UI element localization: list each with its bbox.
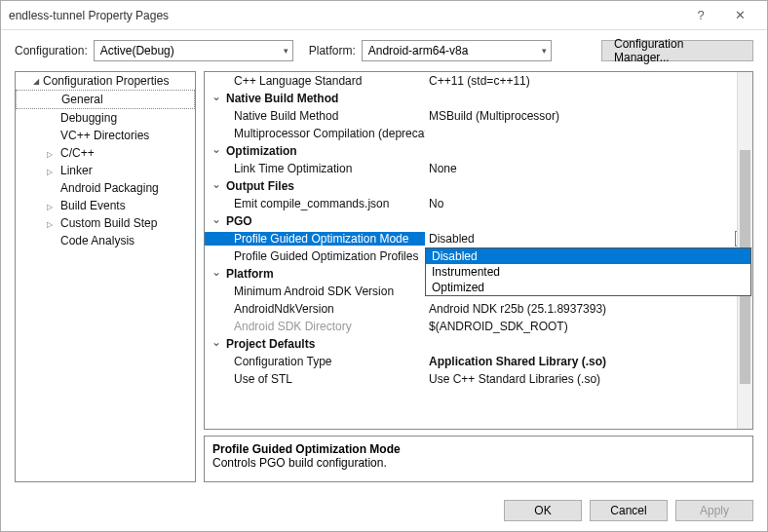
property-label: C++ Language Standard bbox=[205, 74, 425, 88]
property-row[interactable]: Use of STLUse C++ Standard Libraries (.s… bbox=[205, 370, 752, 388]
property-row[interactable]: C++ Language StandardC++11 (std=c++11) bbox=[205, 72, 752, 90]
tree-root[interactable]: Configuration Properties bbox=[16, 72, 195, 90]
property-label: Use of STL bbox=[205, 372, 425, 386]
group-header[interactable]: Output Files bbox=[205, 177, 752, 195]
tree-item[interactable]: Linker bbox=[16, 162, 195, 179]
chevron-down-icon: ▾ bbox=[542, 46, 547, 56]
property-label: PGO bbox=[205, 214, 425, 228]
configuration-manager-button[interactable]: Configuration Manager... bbox=[601, 40, 753, 61]
property-value[interactable]: Use C++ Standard Libraries (.so) bbox=[425, 372, 752, 386]
platform-value: Android-arm64-v8a bbox=[368, 44, 469, 57]
dialog-footer: OK Cancel Apply bbox=[504, 500, 753, 521]
property-value[interactable]: Android NDK r25b (25.1.8937393) bbox=[425, 302, 752, 316]
configuration-combo[interactable]: Active(Debug) ▾ bbox=[94, 40, 293, 61]
dropdown-option[interactable]: Disabled bbox=[426, 248, 750, 264]
property-value[interactable]: No bbox=[425, 197, 752, 210]
property-label: Minimum Android SDK Version bbox=[205, 285, 425, 298]
window-title: endless-tunnel Property Pages bbox=[9, 9, 681, 22]
property-grid[interactable]: C++ Language StandardC++11 (std=c++11)Na… bbox=[204, 71, 753, 430]
tree-item[interactable]: Code Analysis bbox=[16, 232, 195, 249]
property-label: Profile Guided Optimization Mode bbox=[205, 232, 425, 246]
configuration-label: Configuration: bbox=[15, 44, 88, 57]
property-row[interactable]: Native Build MethodMSBuild (Multiprocess… bbox=[205, 107, 752, 125]
property-value[interactable]: MSBuild (Multiprocessor) bbox=[425, 109, 752, 123]
close-icon[interactable]: ✕ bbox=[720, 8, 759, 22]
property-value[interactable]: C++11 (std=c++11) bbox=[425, 74, 752, 88]
ok-button[interactable]: OK bbox=[504, 500, 582, 521]
chevron-down-icon: ▾ bbox=[284, 46, 288, 56]
property-label: Project Defaults bbox=[205, 337, 425, 351]
group-header[interactable]: Optimization bbox=[205, 142, 752, 160]
property-label: Output Files bbox=[205, 179, 425, 193]
tree-item[interactable]: VC++ Directories bbox=[16, 127, 195, 144]
platform-label: Platform: bbox=[309, 44, 356, 57]
tree-item[interactable]: Android Packaging bbox=[16, 179, 195, 197]
property-row[interactable]: Profile Guided Optimization ModeDisabled… bbox=[205, 230, 752, 247]
property-label: Native Build Method bbox=[205, 109, 425, 123]
group-header[interactable]: Project Defaults bbox=[205, 335, 752, 353]
property-label: Emit compile_commands.json bbox=[205, 197, 425, 210]
tree-item[interactable]: Build Events bbox=[16, 197, 195, 214]
property-label: Android SDK Directory bbox=[205, 320, 425, 333]
property-value[interactable]: Disabled bbox=[425, 232, 752, 246]
property-row[interactable]: AndroidNdkVersionAndroid NDK r25b (25.1.… bbox=[205, 300, 752, 318]
property-label: Platform bbox=[205, 267, 425, 281]
group-header[interactable]: PGO bbox=[205, 212, 752, 230]
dropdown-option[interactable]: Instrumented bbox=[426, 264, 750, 280]
nav-tree[interactable]: Configuration Properties GeneralDebuggin… bbox=[15, 71, 196, 482]
property-label: Link Time Optimization bbox=[205, 162, 425, 175]
description-panel: Profile Guided Optimization Mode Control… bbox=[204, 436, 753, 482]
property-label: Configuration Type bbox=[205, 355, 425, 368]
property-label: AndroidNdkVersion bbox=[205, 302, 425, 316]
property-value[interactable]: None bbox=[425, 162, 752, 175]
platform-combo[interactable]: Android-arm64-v8a ▾ bbox=[362, 40, 552, 61]
tree-item[interactable]: General bbox=[16, 90, 195, 109]
description-body: Controls PGO build configuration. bbox=[212, 456, 745, 470]
property-value[interactable]: Application Shared Library (.so) bbox=[425, 355, 752, 368]
help-icon[interactable]: ? bbox=[681, 8, 720, 22]
group-header[interactable]: Native Build Method bbox=[205, 90, 752, 107]
dropdown-option[interactable]: Optimized bbox=[426, 280, 750, 295]
property-row[interactable]: Link Time OptimizationNone bbox=[205, 160, 752, 177]
config-bar: Configuration: Active(Debug) ▾ Platform:… bbox=[1, 30, 767, 69]
tree-item[interactable]: Custom Build Step bbox=[16, 214, 195, 232]
description-title: Profile Guided Optimization Mode bbox=[212, 442, 745, 456]
property-value[interactable]: $(ANDROID_SDK_ROOT) bbox=[425, 320, 752, 333]
property-row[interactable]: Android SDK Directory$(ANDROID_SDK_ROOT) bbox=[205, 318, 752, 335]
cancel-button[interactable]: Cancel bbox=[590, 500, 668, 521]
property-label: Native Build Method bbox=[205, 92, 425, 105]
property-label: Multiprocessor Compilation (deprecated) bbox=[205, 127, 425, 140]
property-row[interactable]: Configuration TypeApplication Shared Lib… bbox=[205, 353, 752, 370]
property-row[interactable]: Emit compile_commands.jsonNo bbox=[205, 195, 752, 212]
property-label: Profile Guided Optimization Profiles bbox=[205, 249, 425, 263]
pgo-mode-dropdown[interactable]: DisabledInstrumentedOptimized bbox=[425, 247, 751, 296]
apply-button[interactable]: Apply bbox=[675, 500, 753, 521]
tree-item[interactable]: C/C++ bbox=[16, 144, 195, 162]
property-row[interactable]: Multiprocessor Compilation (deprecated) bbox=[205, 125, 752, 142]
property-label: Optimization bbox=[205, 144, 425, 158]
titlebar: endless-tunnel Property Pages ? ✕ bbox=[1, 1, 767, 30]
tree-item[interactable]: Debugging bbox=[16, 109, 195, 127]
configuration-value: Active(Debug) bbox=[100, 44, 174, 57]
